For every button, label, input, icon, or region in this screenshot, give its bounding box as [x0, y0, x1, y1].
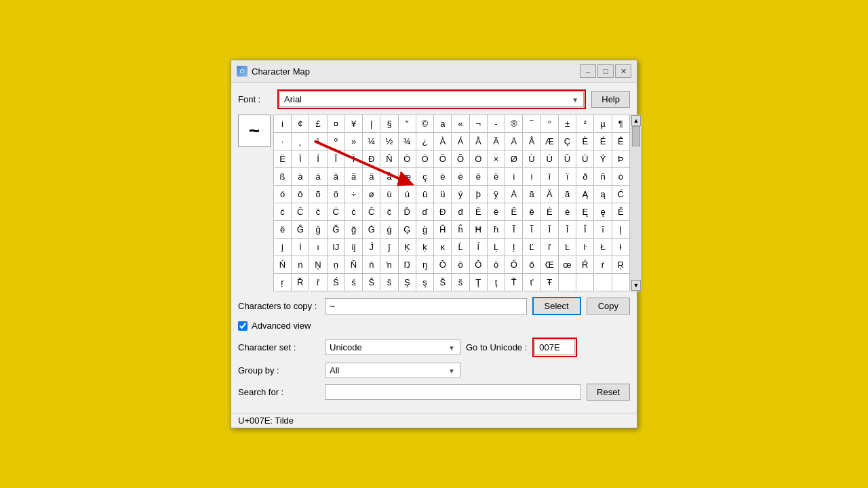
- char-cell-empty[interactable]: [595, 274, 612, 291]
- char-cell[interactable]: ğ: [345, 221, 363, 239]
- char-cell[interactable]: Ā: [505, 186, 523, 203]
- char-cell[interactable]: ŕ: [595, 256, 612, 274]
- char-cell[interactable]: Ņ: [310, 256, 328, 274]
- char-cell[interactable]: Æ: [541, 133, 559, 150]
- char-cell[interactable]: Ł: [595, 239, 612, 256]
- char-cell[interactable]: Ĺ: [452, 239, 470, 256]
- char-cell[interactable]: Ğ: [328, 221, 345, 239]
- char-cell[interactable]: ē: [488, 203, 505, 221]
- char-cell[interactable]: Ţ: [470, 274, 488, 291]
- char-cell[interactable]: Ô: [434, 150, 452, 168]
- scroll-up-button[interactable]: ▲: [631, 115, 641, 126]
- char-cell[interactable]: ľ: [541, 239, 559, 256]
- char-cell[interactable]: ë: [488, 168, 505, 186]
- char-cell[interactable]: Ń: [274, 256, 292, 274]
- char-cell[interactable]: ñ: [595, 168, 612, 186]
- char-cell[interactable]: Ň: [345, 256, 363, 274]
- char-cell[interactable]: ù: [381, 186, 399, 203]
- char-cell[interactable]: Š: [434, 274, 452, 291]
- char-cell[interactable]: à: [292, 168, 309, 186]
- char-cell[interactable]: ¶: [612, 115, 630, 133]
- char-cell[interactable]: ½: [381, 133, 399, 150]
- char-cell[interactable]: ĭ: [595, 221, 612, 239]
- char-cell[interactable]: ď: [416, 203, 434, 221]
- char-cell[interactable]: Į: [612, 221, 630, 239]
- char-cell[interactable]: ï: [559, 168, 576, 186]
- char-cell[interactable]: ė: [559, 203, 576, 221]
- char-cell[interactable]: ê: [470, 168, 488, 186]
- char-cell[interactable]: Ó: [416, 150, 434, 168]
- char-cell[interactable]: Ĩ: [505, 221, 523, 239]
- char-cell[interactable]: Å: [524, 133, 541, 150]
- goto-unicode-input[interactable]: [534, 340, 575, 355]
- char-cell[interactable]: ō: [452, 256, 470, 274]
- char-cell[interactable]: é: [452, 168, 470, 186]
- char-cell[interactable]: Ř: [292, 274, 309, 291]
- char-cell[interactable]: ĸ: [434, 239, 452, 256]
- char-cell[interactable]: Ĉ: [292, 203, 309, 221]
- char-cell[interactable]: Ĵ: [363, 239, 380, 256]
- char-cell[interactable]: Ą: [576, 186, 594, 203]
- char-cell[interactable]: Ě: [612, 203, 630, 221]
- char-cell[interactable]: á: [310, 168, 328, 186]
- scroll-thumb[interactable]: [632, 126, 640, 146]
- char-cell[interactable]: Ĭ: [576, 221, 594, 239]
- char-cell[interactable]: ÿ: [488, 186, 505, 203]
- char-cell[interactable]: ě: [274, 221, 292, 239]
- char-cell[interactable]: ÷: [345, 186, 363, 203]
- char-cell[interactable]: Ò: [399, 150, 416, 168]
- char-cell[interactable]: Ċ: [328, 203, 345, 221]
- char-cell[interactable]: Ľ: [524, 239, 541, 256]
- char-cell[interactable]: â: [328, 168, 345, 186]
- char-cell[interactable]: æ: [399, 168, 416, 186]
- char-cell[interactable]: Á: [452, 133, 470, 150]
- char-cell[interactable]: ‾: [524, 115, 541, 133]
- char-cell[interactable]: Ú: [541, 150, 559, 168]
- char-cell[interactable]: Ī: [541, 221, 559, 239]
- copy-button[interactable]: Copy: [587, 298, 630, 314]
- char-cell[interactable]: ą: [595, 186, 612, 203]
- char-cell[interactable]: ł: [612, 239, 630, 256]
- char-cell[interactable]: į: [274, 239, 292, 256]
- char-cell[interactable]: ·: [274, 133, 292, 150]
- char-cell[interactable]: Ä: [505, 133, 523, 150]
- char-cell[interactable]: ĝ: [310, 221, 328, 239]
- char-cell[interactable]: »: [345, 133, 363, 150]
- char-cell[interactable]: Ý: [595, 150, 612, 168]
- char-cell[interactable]: Ŧ: [541, 274, 559, 291]
- char-cell[interactable]: Ê: [612, 133, 630, 150]
- char-cell[interactable]: ĵ: [381, 239, 399, 256]
- char-cell[interactable]: «: [452, 115, 470, 133]
- char-cell[interactable]: ì: [505, 168, 523, 186]
- char-cell[interactable]: ħ: [488, 221, 505, 239]
- char-cell[interactable]: §: [381, 115, 399, 133]
- char-cell[interactable]: È: [576, 133, 594, 150]
- char-cell[interactable]: Ç: [559, 133, 576, 150]
- char-cell[interactable]: a: [434, 115, 452, 133]
- char-cell[interactable]: Þ: [612, 150, 630, 168]
- char-cell[interactable]: Ť: [505, 274, 523, 291]
- char-cell[interactable]: þ: [470, 186, 488, 203]
- char-cell[interactable]: ļ: [505, 239, 523, 256]
- char-cell[interactable]: Đ: [434, 203, 452, 221]
- char-cell[interactable]: ć: [274, 203, 292, 221]
- char-cell[interactable]: č: [381, 203, 399, 221]
- char-cell[interactable]: đ: [452, 203, 470, 221]
- char-cell[interactable]: õ: [310, 186, 328, 203]
- character-set-dropdown[interactable]: Unicode ASCII Windows-1252: [325, 340, 460, 355]
- help-button[interactable]: Help: [591, 91, 630, 108]
- char-cell[interactable]: Ĥ: [434, 221, 452, 239]
- char-cell[interactable]: Ĩ: [524, 221, 541, 239]
- char-cell[interactable]: š: [452, 274, 470, 291]
- char-cell[interactable]: ŗ: [274, 274, 292, 291]
- maximize-button[interactable]: □: [597, 64, 614, 78]
- char-cell[interactable]: Ę: [576, 203, 594, 221]
- char-cell[interactable]: ş: [416, 274, 434, 291]
- char-cell[interactable]: |: [363, 115, 380, 133]
- char-cell[interactable]: ģ: [416, 221, 434, 239]
- char-cell[interactable]: ã: [345, 168, 363, 186]
- char-cell[interactable]: ó: [274, 186, 292, 203]
- char-cell[interactable]: ĉ: [310, 203, 328, 221]
- char-cell[interactable]: ř: [310, 274, 328, 291]
- char-cell[interactable]: ŝ: [381, 274, 399, 291]
